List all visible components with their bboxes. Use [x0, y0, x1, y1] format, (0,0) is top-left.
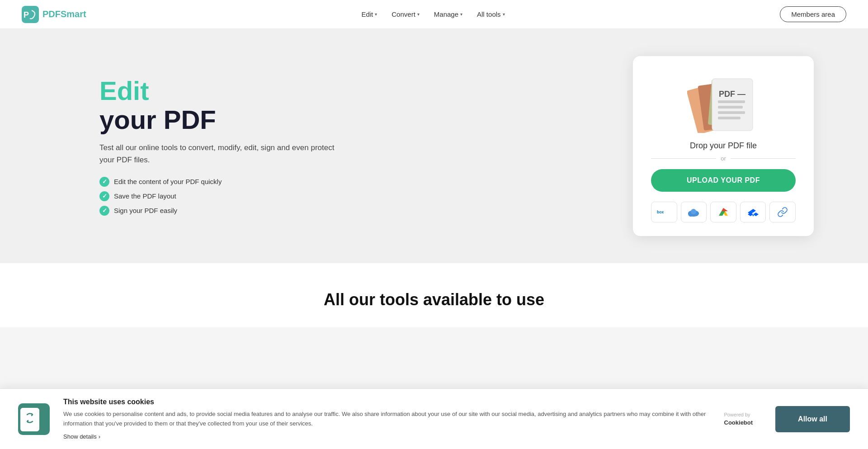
edit-chevron-icon: ▾	[375, 12, 377, 17]
icloud-icon	[687, 208, 700, 217]
drop-text: Drop your PDF file	[690, 141, 757, 151]
logo[interactable]: P PDFSmart	[22, 6, 86, 23]
dropbox-icon	[748, 207, 759, 217]
gdrive-icon	[718, 207, 729, 217]
svg-point-15	[691, 209, 696, 214]
pdf-stack-icon: PDF —	[687, 74, 760, 133]
svg-rect-10	[718, 117, 741, 119]
svg-text:box: box	[657, 210, 664, 214]
logo-text: PDFSmart	[42, 9, 86, 19]
svg-text:PDF —: PDF —	[719, 90, 745, 99]
check-icon-2	[99, 191, 109, 201]
nav-convert[interactable]: Convert ▾	[392, 10, 420, 18]
svg-point-16	[752, 215, 754, 216]
upload-card: PDF — Drop your PDF file or UPLOAD YOUR …	[633, 56, 814, 236]
svg-rect-8	[718, 106, 743, 109]
cloud-icons-row: box	[651, 202, 796, 222]
check-icon-3	[99, 206, 109, 216]
nav-edit[interactable]: Edit ▾	[361, 10, 377, 18]
check-icon-1	[99, 177, 109, 187]
link-upload-button[interactable]	[769, 202, 796, 222]
or-line-right	[731, 158, 796, 159]
hero-features: Edit the content of your PDF quickly Sav…	[99, 177, 335, 216]
box-icon: box	[657, 208, 671, 216]
feature-item-1: Edit the content of your PDF quickly	[99, 177, 335, 187]
manage-chevron-icon: ▾	[460, 12, 462, 17]
svg-rect-9	[718, 111, 745, 114]
hero-subtext: Test all our online tools to convert, mo…	[99, 142, 335, 166]
members-area-button[interactable]: Members area	[780, 6, 846, 22]
tools-heading: All our tools available to use	[0, 290, 868, 309]
main-nav: P PDFSmart Edit ▾ Convert ▾ Manage ▾ All…	[0, 0, 868, 29]
nav-links: Edit ▾ Convert ▾ Manage ▾ All tools ▾	[361, 10, 505, 18]
upload-pdf-button[interactable]: UPLOAD YOUR PDF	[651, 169, 796, 192]
or-line-left	[651, 158, 716, 159]
hero-left: Edit your PDF Test all our online tools …	[99, 76, 335, 216]
svg-rect-5	[712, 79, 753, 131]
icloud-upload-button[interactable]	[681, 202, 707, 222]
dropbox-upload-button[interactable]	[740, 202, 766, 222]
nav-manage[interactable]: Manage ▾	[434, 10, 462, 18]
feature-item-2: Save the PDF layout	[99, 191, 335, 201]
convert-chevron-icon: ▾	[417, 12, 420, 17]
nav-all-tools[interactable]: All tools ▾	[477, 10, 505, 18]
box-upload-button[interactable]: box	[651, 202, 677, 222]
tools-section: All our tools available to use	[0, 263, 868, 327]
pdf-illustration: PDF —	[687, 74, 760, 133]
feature-item-3: Sign your PDF easily	[99, 206, 335, 216]
gdrive-upload-button[interactable]	[710, 202, 736, 222]
link-icon	[777, 207, 788, 217]
hero-section: Edit your PDF Test all our online tools …	[0, 29, 868, 263]
or-divider: or	[651, 155, 796, 162]
svg-rect-7	[718, 100, 745, 103]
hero-heading: Edit your PDF	[99, 76, 335, 134]
svg-text:P: P	[24, 10, 29, 19]
logo-icon: P	[22, 6, 39, 23]
all-tools-chevron-icon: ▾	[503, 12, 505, 17]
